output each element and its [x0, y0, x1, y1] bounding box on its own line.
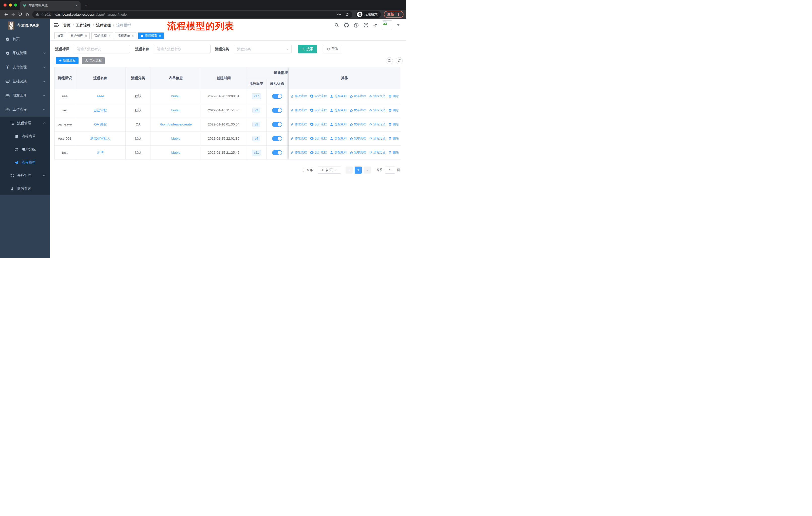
action-流程定义[interactable]: 流程定义	[369, 122, 385, 127]
active-toggle[interactable]	[272, 122, 282, 127]
filter-select-流程分类[interactable]: 流程分类	[234, 45, 292, 53]
form-link[interactable]: biubiu	[171, 94, 180, 98]
form-link[interactable]: biubiu	[171, 108, 180, 112]
action-分配规则[interactable]: 分配规则	[330, 108, 347, 112]
sidebar-item-任务管理[interactable]: 任务管理	[0, 169, 50, 182]
not-secure-warning-icon[interactable]	[35, 12, 39, 17]
sidebar-item-流程管理[interactable]: 流程管理	[0, 117, 50, 130]
update-label[interactable]: 更新	[387, 12, 394, 17]
process-name-link[interactable]: eeee	[96, 94, 104, 98]
sidebar-item-请假查询[interactable]: 请假查询	[0, 182, 50, 195]
active-toggle[interactable]	[272, 108, 282, 113]
sidebar-item-基础设施[interactable]: 基础设施	[0, 74, 50, 88]
action-流程定义[interactable]: 流程定义	[369, 136, 385, 141]
action-设计流程[interactable]: 设计流程	[310, 122, 327, 127]
tab-我的流程[interactable]: 我的流程×	[91, 32, 113, 39]
close-tab-icon[interactable]: ×	[159, 34, 161, 38]
action-发布流程[interactable]: 发布流程	[350, 136, 366, 141]
table-search-icon[interactable]	[386, 57, 393, 64]
sidebar-fold-icon[interactable]	[54, 23, 59, 27]
tab-租户管理[interactable]: 租户管理×	[68, 32, 90, 39]
active-toggle[interactable]	[272, 94, 282, 99]
create-process-button[interactable]: 新建流程	[56, 57, 79, 64]
version-badge[interactable]: v17	[252, 93, 261, 99]
next-page-button[interactable]: ›	[364, 166, 371, 173]
process-name-link[interactable]: OA 请假	[94, 122, 107, 127]
bookmark-star-icon[interactable]	[345, 12, 349, 17]
version-badge[interactable]: v2	[253, 108, 260, 113]
minimize-window-button[interactable]	[9, 3, 12, 6]
action-删除[interactable]: 删除	[388, 108, 399, 112]
new-tab-button[interactable]: +	[85, 2, 87, 8]
action-删除[interactable]: 删除	[388, 151, 399, 155]
github-icon[interactable]	[344, 23, 349, 28]
action-流程定义[interactable]: 流程定义	[369, 151, 385, 155]
process-name-link[interactable]: 测试多审批人	[90, 136, 111, 141]
filter-input-流程名称[interactable]: 请输入流程名称	[154, 45, 211, 53]
breadcrumb-item-流程管理[interactable]: 流程管理	[96, 23, 111, 28]
action-分配规则[interactable]: 分配规则	[330, 94, 347, 98]
process-name-link[interactable]: 滔博	[97, 151, 104, 155]
action-修改流程[interactable]: 修改流程	[290, 122, 307, 127]
action-分配规则[interactable]: 分配规则	[330, 136, 347, 141]
breadcrumb-item-首页[interactable]: 首页	[63, 23, 70, 28]
action-发布流程[interactable]: 发布流程	[350, 122, 366, 127]
maximize-window-button[interactable]	[14, 3, 17, 6]
url-bar[interactable]: 不安全 dashboard.yudao.iocoder.cn/bpm/manag…	[32, 11, 352, 18]
current-page-button[interactable]: 1	[355, 166, 362, 173]
version-badge[interactable]: v4	[253, 136, 260, 141]
form-link[interactable]: /bpm/oa/leave/create	[160, 123, 192, 126]
search-icon[interactable]	[335, 23, 339, 27]
browser-update-chip[interactable]: 更新 ⋮	[384, 11, 404, 18]
help-icon[interactable]	[354, 23, 359, 28]
active-toggle[interactable]	[272, 150, 282, 155]
back-icon[interactable]	[2, 12, 9, 17]
reset-button[interactable]: 重置	[323, 45, 342, 53]
action-修改流程[interactable]: 修改流程	[290, 94, 307, 98]
sidebar-item-工作流程[interactable]: 工作流程	[0, 103, 50, 117]
sidebar-item-流程表单[interactable]: 流程表单	[0, 130, 50, 143]
close-tab-icon[interactable]: ×	[76, 4, 78, 7]
sidebar-item-流程模型[interactable]: 流程模型	[0, 156, 50, 169]
action-删除[interactable]: 删除	[388, 136, 399, 141]
passwords-key-icon[interactable]	[337, 12, 341, 17]
filter-input-流程标识[interactable]: 请输入流程标识	[74, 45, 130, 53]
page-size-select[interactable]: 10条/页	[318, 166, 341, 173]
process-name-link[interactable]: 自己审批	[94, 108, 107, 113]
action-流程定义[interactable]: 流程定义	[369, 108, 385, 112]
close-tab-icon[interactable]: ×	[85, 34, 87, 38]
sidebar-item-用户分组[interactable]: 用户分组	[0, 143, 50, 156]
action-设计流程[interactable]: 设计流程	[310, 108, 327, 112]
action-分配规则[interactable]: 分配规则	[330, 122, 347, 127]
goto-page-input[interactable]	[385, 166, 395, 173]
version-badge[interactable]: v21	[252, 150, 261, 156]
version-badge[interactable]: v5	[253, 122, 260, 127]
action-发布流程[interactable]: 发布流程	[350, 151, 366, 155]
form-link[interactable]: biubiu	[171, 151, 180, 155]
action-修改流程[interactable]: 修改流程	[290, 136, 307, 141]
tab-流程模型[interactable]: 流程模型×	[138, 32, 164, 39]
import-process-button[interactable]: 导入流程	[82, 57, 105, 64]
avatar-caret-down-icon[interactable]	[397, 24, 400, 26]
action-修改流程[interactable]: 修改流程	[290, 108, 307, 112]
close-tab-icon[interactable]: ×	[109, 34, 110, 38]
action-删除[interactable]: 删除	[388, 122, 399, 127]
tab-首页[interactable]: 首页	[54, 32, 66, 39]
action-设计流程[interactable]: 设计流程	[310, 136, 327, 141]
table-refresh-icon[interactable]	[396, 57, 403, 64]
action-设计流程[interactable]: 设计流程	[310, 151, 327, 155]
reload-icon[interactable]	[17, 12, 24, 17]
search-button[interactable]: 搜索	[298, 45, 317, 53]
sidebar-item-系统管理[interactable]: 系统管理	[0, 46, 50, 60]
sidebar-item-研发工具[interactable]: 研发工具	[0, 88, 50, 103]
close-tab-icon[interactable]: ×	[132, 34, 134, 38]
action-删除[interactable]: 删除	[388, 94, 399, 98]
form-link[interactable]: biubiu	[171, 137, 180, 140]
app-logo[interactable]: 芋道管理系统	[0, 19, 50, 32]
browser-menu-dots-icon[interactable]: ⋮	[397, 12, 400, 17]
sidebar-item-首页[interactable]: 首页	[0, 32, 50, 46]
forward-icon[interactable]	[9, 12, 17, 17]
tab-流程表单[interactable]: 流程表单×	[115, 32, 137, 39]
active-toggle[interactable]	[272, 136, 282, 141]
action-设计流程[interactable]: 设计流程	[310, 94, 327, 98]
